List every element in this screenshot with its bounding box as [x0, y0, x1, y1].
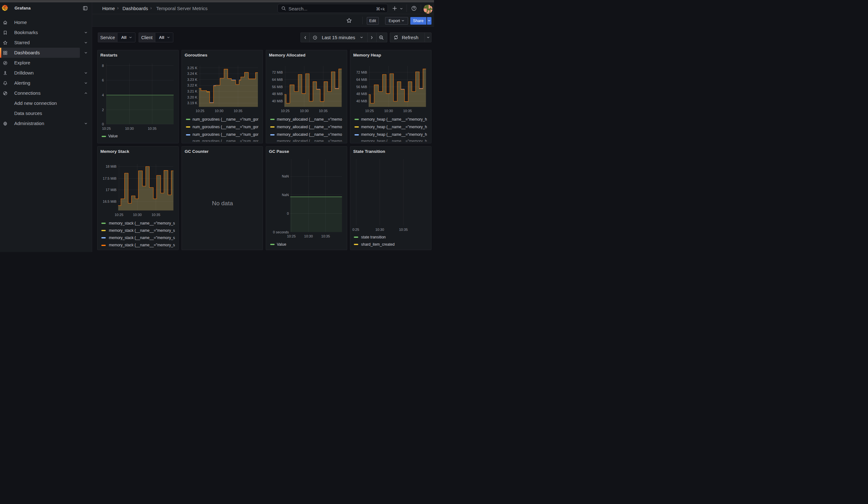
svg-text:56 MiB: 56 MiB	[272, 85, 283, 89]
svg-text:10:30: 10:30	[384, 109, 393, 113]
svg-text:3.25 K: 3.25 K	[187, 66, 197, 70]
svg-text:48 MiB: 48 MiB	[272, 92, 283, 96]
svg-text:10:25: 10:25	[102, 127, 111, 131]
svg-text:40 MiB: 40 MiB	[356, 99, 367, 103]
svg-text:6: 6	[102, 78, 104, 82]
svg-text:3.19 K: 3.19 K	[187, 101, 197, 105]
svg-text:10:30: 10:30	[215, 109, 224, 113]
svg-text:64 MiB: 64 MiB	[272, 78, 283, 81]
svg-text:10:30: 10:30	[304, 234, 313, 238]
svg-text:56 MiB: 56 MiB	[356, 85, 367, 89]
svg-text:4: 4	[102, 93, 104, 97]
svg-text:72 MiB: 72 MiB	[272, 70, 283, 74]
svg-text:NaN: NaN	[282, 174, 289, 178]
svg-text:10:35: 10:35	[399, 228, 408, 232]
svg-text:40 MiB: 40 MiB	[272, 99, 283, 103]
svg-text:10:35: 10:35	[319, 109, 328, 113]
svg-text:2: 2	[102, 108, 104, 112]
svg-text:10:25: 10:25	[115, 213, 123, 217]
svg-text:0:25: 0:25	[352, 228, 359, 232]
svg-text:0 seconds: 0 seconds	[273, 230, 289, 234]
svg-text:NaN: NaN	[282, 193, 289, 197]
svg-text:10:35: 10:35	[234, 109, 242, 113]
svg-text:10:30: 10:30	[375, 228, 384, 232]
svg-text:10:35: 10:35	[148, 127, 157, 131]
svg-text:3.24 K: 3.24 K	[187, 72, 197, 75]
svg-text:8: 8	[102, 64, 104, 68]
svg-text:0: 0	[287, 212, 289, 215]
svg-text:10:35: 10:35	[403, 109, 412, 113]
svg-text:3.21 K: 3.21 K	[187, 89, 197, 93]
svg-text:48 MiB: 48 MiB	[356, 92, 367, 96]
svg-text:64 MiB: 64 MiB	[356, 78, 367, 81]
svg-text:3.23 K: 3.23 K	[187, 78, 197, 81]
svg-text:10:35: 10:35	[152, 213, 161, 217]
svg-text:10:30: 10:30	[300, 109, 309, 113]
svg-text:10:35: 10:35	[321, 234, 330, 238]
svg-text:10:25: 10:25	[365, 109, 374, 113]
svg-text:10:25: 10:25	[196, 109, 205, 113]
svg-text:16.5 MiB: 16.5 MiB	[103, 199, 116, 203]
svg-text:3.22 K: 3.22 K	[187, 83, 197, 87]
svg-text:72 MiB: 72 MiB	[356, 70, 367, 74]
svg-text:0: 0	[102, 122, 104, 126]
svg-text:18 MiB: 18 MiB	[106, 165, 116, 168]
svg-text:10:25: 10:25	[281, 109, 290, 113]
svg-text:10:25: 10:25	[287, 234, 296, 238]
svg-text:17 MiB: 17 MiB	[106, 188, 116, 192]
svg-text:10:30: 10:30	[125, 127, 134, 131]
svg-text:3.20 K: 3.20 K	[187, 95, 197, 99]
svg-text:17.5 MiB: 17.5 MiB	[103, 176, 116, 180]
svg-text:10:30: 10:30	[133, 213, 142, 217]
